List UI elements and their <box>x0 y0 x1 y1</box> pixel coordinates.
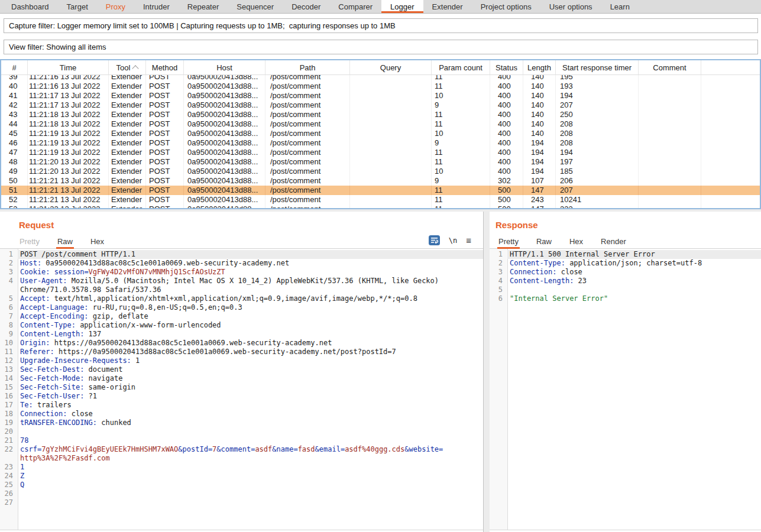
column-header-method[interactable]: Method <box>146 60 184 74</box>
cell-timer: 208 <box>556 119 639 129</box>
cell-timer: 223 <box>556 205 639 209</box>
column-header-query[interactable]: Query <box>350 60 432 74</box>
cell-tool: Extender <box>109 176 146 186</box>
menu-tab-comparer[interactable]: Comparer <box>329 0 381 13</box>
cell-num: 40 <box>1 82 28 91</box>
request-tab-hex[interactable]: Hex <box>89 235 105 248</box>
cell-time: 11:21:19 13 Jul 2022 <box>28 129 109 138</box>
response-tab-raw[interactable]: Raw <box>535 235 553 248</box>
column-header-tool[interactable]: Tool <box>109 60 146 74</box>
cell-length: 140 <box>523 91 556 100</box>
request-editor[interactable]: 1POST /post/comment HTTP/1.12Host: 0a950… <box>0 249 483 530</box>
table-row[interactable]: 4911:21:20 13 Jul 2022ExtenderPOST0a9500… <box>1 167 760 176</box>
menu-tab-user-options[interactable]: User options <box>540 0 601 13</box>
table-row[interactable]: 5311:21:22 13 Jul 2022ExtenderPOST0a9500… <box>1 205 760 209</box>
editor-line: 26 <box>0 489 483 498</box>
menu-tab-logger[interactable]: Logger <box>381 0 423 13</box>
cell-query <box>350 205 432 209</box>
code-segment: trailers <box>33 401 72 409</box>
cell-tool: Extender <box>109 195 146 205</box>
menu-tab-proxy[interactable]: Proxy <box>97 0 134 13</box>
cell-params: 11 <box>432 195 490 205</box>
wrap-lines-icon[interactable] <box>429 235 440 245</box>
line-content: 1 <box>18 463 483 472</box>
code-segment: Content-Type: <box>510 259 565 267</box>
table-row[interactable]: 4111:21:17 13 Jul 2022ExtenderPOST0a9500… <box>1 91 760 100</box>
column-header-path[interactable]: Path <box>265 60 350 74</box>
editor-menu-icon[interactable]: ≡ <box>466 237 471 244</box>
cell-comment <box>639 148 701 157</box>
cell-time: 11:21:17 13 Jul 2022 <box>28 100 109 110</box>
cell-path: /post/comment <box>265 195 350 205</box>
cell-comment <box>639 176 701 186</box>
code-segment: HTTP/1.1 500 Internal Server Error <box>510 250 655 258</box>
table-row[interactable]: 5111:21:21 13 Jul 2022ExtenderPOST0a9500… <box>1 186 760 195</box>
cell-query <box>350 186 432 195</box>
column-header-num[interactable]: # <box>1 60 28 74</box>
cell-length: 140 <box>523 110 556 119</box>
response-tab-pretty[interactable]: Pretty <box>497 235 520 248</box>
logger-table[interactable]: #TimeToolMethodHostPathQueryParam countS… <box>0 59 761 209</box>
menu-tab-decoder[interactable]: Decoder <box>283 0 329 13</box>
table-row[interactable]: 4311:21:18 13 Jul 2022ExtenderPOST0a9500… <box>1 110 760 119</box>
cell-time: 11:21:19 13 Jul 2022 <box>28 148 109 157</box>
menu-tab-repeater[interactable]: Repeater <box>179 0 228 13</box>
column-header-time[interactable]: Time <box>28 60 109 74</box>
menu-tab-intruder[interactable]: Intruder <box>134 0 179 13</box>
response-tab-hex[interactable]: Hex <box>568 235 584 248</box>
cell-host: 0a9500020413d88... <box>184 176 265 186</box>
table-row[interactable]: 4711:21:19 13 Jul 2022ExtenderPOST0a9500… <box>1 148 760 157</box>
cell-method: POST <box>146 129 184 138</box>
code-segment: application/x-www-form-urlencoded <box>76 321 221 329</box>
table-row[interactable]: 4611:21:19 13 Jul 2022ExtenderPOST0a9500… <box>1 138 760 148</box>
capture-filter-bar[interactable]: Capture filter: Logger memory limit set … <box>4 18 758 33</box>
column-header-params[interactable]: Param count <box>432 60 490 74</box>
cell-query <box>350 82 432 91</box>
table-row[interactable]: 5211:21:21 13 Jul 2022ExtenderPOST0a9500… <box>1 195 760 205</box>
column-header-timer[interactable]: Start response timer <box>556 60 639 74</box>
table-row[interactable]: 4411:21:18 13 Jul 2022ExtenderPOST0a9500… <box>1 119 760 129</box>
view-filter-bar[interactable]: View filter: Showing all items <box>4 40 758 54</box>
menu-tab-dashboard[interactable]: Dashboard <box>2 0 58 13</box>
cell-method: POST <box>146 119 184 129</box>
request-tab-raw[interactable]: Raw <box>56 235 74 248</box>
column-header-status[interactable]: Status <box>490 60 523 74</box>
cell-host: 0a9500020413d88... <box>184 82 265 91</box>
cell-tool: Extender <box>109 82 146 91</box>
menu-tab-extender[interactable]: Extender <box>423 0 472 13</box>
cell-comment <box>639 119 701 129</box>
editor-line: 8Content-Type: application/x-www-form-ur… <box>0 321 483 330</box>
response-editor[interactable]: 1HTTP/1.1 500 Internal Server Error2Cont… <box>490 249 761 530</box>
code-segment: 23 <box>574 277 587 285</box>
menu-tab-project-options[interactable]: Project options <box>472 0 540 13</box>
sort-ascending-icon <box>132 65 139 72</box>
newline-visualization-icon[interactable]: \n <box>449 236 457 245</box>
request-tab-pretty[interactable]: Pretty <box>18 235 41 248</box>
line-number: 15 <box>0 383 18 392</box>
code-segment: 7gYzhMCiFvi4gBEyUEEk7HmHSHM7xWAO <box>41 445 178 453</box>
column-header-comment[interactable]: Comment <box>639 60 701 74</box>
table-row[interactable]: 4511:21:19 13 Jul 2022ExtenderPOST0a9500… <box>1 129 760 138</box>
line-content: Content-Type: application/x-www-form-url… <box>18 321 483 330</box>
code-segment: close <box>67 410 92 418</box>
line-content: Upgrade-Insecure-Requests: 1 <box>18 356 483 365</box>
code-segment: tRANSFER-ENCODING: <box>20 419 97 427</box>
table-row[interactable]: 4811:21:20 13 Jul 2022ExtenderPOST0a9500… <box>1 157 760 167</box>
code-segment: Content-Length: <box>510 277 574 285</box>
cell-path: /post/comment <box>265 148 350 157</box>
menu-tab-learn[interactable]: Learn <box>601 0 639 13</box>
menu-tab-sequencer[interactable]: Sequencer <box>228 0 283 13</box>
table-row[interactable]: 4211:21:17 13 Jul 2022ExtenderPOST0a9500… <box>1 100 760 110</box>
editor-line: 3Cookie: session=VgFWy4D2vMfON7vMNMhjQ1S… <box>0 268 483 277</box>
code-segment: &postId= <box>178 445 212 453</box>
cell-length: 194 <box>523 167 556 176</box>
cell-timer: 193 <box>556 82 639 91</box>
column-header-host[interactable]: Host <box>184 60 265 74</box>
response-tab-render[interactable]: Render <box>600 235 627 248</box>
table-row[interactable]: 5011:21:21 13 Jul 2022ExtenderPOST0a9500… <box>1 176 760 186</box>
column-header-length[interactable]: Length <box>523 60 556 74</box>
line-number: 2 <box>490 259 507 268</box>
cell-host: 0a9500020413d88... <box>184 119 265 129</box>
menu-tab-target[interactable]: Target <box>58 0 97 13</box>
table-row[interactable]: 4011:21:16 13 Jul 2022ExtenderPOST0a9500… <box>1 82 760 91</box>
